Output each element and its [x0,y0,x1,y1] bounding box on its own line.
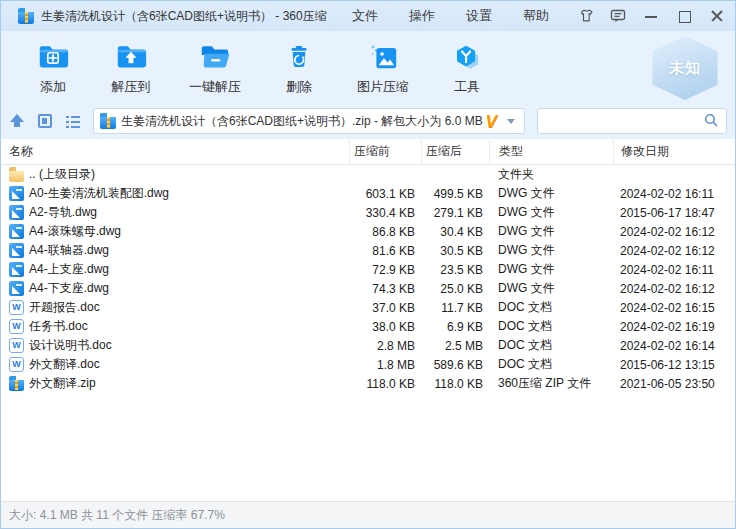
search-input[interactable] [545,114,703,128]
add-folder-icon [36,40,70,77]
size-before: 603.1 KB [349,187,421,201]
table-row[interactable]: A4-下支座.dwg 74.3 KB 25.0 KB DWG 文件 2024-0… [1,279,735,298]
tools-button[interactable]: 工具 [435,40,499,96]
file-type: DWG 文件 [489,242,613,259]
table-row[interactable]: .. (上级目录) 文件夹 [1,165,735,184]
table-row[interactable]: 任务书.doc 38.0 KB 6.9 KB DOC 文档 2024-02-02… [1,317,735,336]
table-row[interactable]: A2-导轨.dwg 330.4 KB 279.1 KB DWG 文件 2015-… [1,203,735,222]
close-button[interactable] [709,8,725,24]
status-summary: 大小: 4.1 MB 共 11 个文件 压缩率 67.7% [9,507,225,524]
header-type[interactable]: 类型 [489,139,613,164]
delete-trash-icon [282,40,316,77]
header-size-after[interactable]: 压缩后 [421,139,489,164]
list-view-icon[interactable] [65,113,81,129]
titlebar[interactable]: 生姜清洗机设计（含6张CAD图纸+说明书） - 360压缩 文件 操作 设置 帮… [1,1,735,31]
table-row[interactable]: A4-滚珠螺母.dwg 86.8 KB 30.4 KB DWG 文件 2024-… [1,222,735,241]
zip-file-icon [9,376,24,391]
file-type: DWG 文件 [489,185,613,202]
app-window: 生姜清洗机设计（含6张CAD图纸+说明书） - 360压缩 文件 操作 设置 帮… [0,0,736,529]
image-compress-button-label: 图片压缩 [357,78,409,96]
window-title: 生姜清洗机设计（含6张CAD图纸+说明书） - 360压缩 [41,8,327,25]
size-before: 72.9 KB [349,263,421,277]
file-name: A4-下支座.dwg [29,280,109,297]
table-row[interactable]: 外文翻译.zip 118.0 KB 118.0 KB 360压缩 ZIP 文件 … [1,374,735,393]
app-zip-icon [18,8,34,24]
doc-file-icon [9,357,24,372]
table-row[interactable]: 开题报告.doc 37.0 KB 11.7 KB DOC 文档 2024-02-… [1,298,735,317]
status-bar: 大小: 4.1 MB 共 11 个文件 压缩率 67.7% [1,501,735,528]
file-date: 2024-02-02 16:12 [613,225,735,239]
size-before: 38.0 KB [349,320,421,334]
size-before: 118.0 KB [349,377,421,391]
file-type: DOC 文档 [489,318,613,335]
file-type: DOC 文档 [489,337,613,354]
size-after: 499.5 KB [421,187,489,201]
file-date: 2021-06-05 23:50 [613,377,735,391]
file-date: 2015-06-17 18:47 [613,206,735,220]
security-status-label: 未知 [669,59,701,78]
chevron-down-icon[interactable] [507,119,515,124]
extract-to-button[interactable]: 解压到 [99,40,163,96]
preview-pane-icon[interactable] [37,113,53,129]
doc-file-icon [9,319,24,334]
search-box [537,108,727,134]
file-type: DOC 文档 [489,356,613,373]
file-name: A4-滚珠螺母.dwg [29,223,121,240]
file-name: A0-生姜清洗机装配图.dwg [29,185,169,202]
security-status-badge[interactable]: 未知 [648,36,722,100]
header-date[interactable]: 修改日期 [613,139,735,164]
header-size-before[interactable]: 压缩前 [349,139,421,164]
file-name: 开题报告.doc [29,299,100,316]
file-date: 2024-02-02 16:12 [613,244,735,258]
size-after: 11.7 KB [421,301,489,315]
table-row[interactable]: A4-上支座.dwg 72.9 KB 23.5 KB DWG 文件 2024-0… [1,260,735,279]
archive-path-combobox[interactable]: 生姜清洗机设计（含6张CAD图纸+说明书）.zip - 解包大小为 6.0 MB… [93,108,525,134]
size-after: 118.0 KB [421,377,489,391]
one-click-extract-button[interactable]: 一键解压 [177,40,253,96]
maximize-button[interactable] [676,8,692,24]
table-row[interactable]: A0-生姜清洗机装配图.dwg 603.1 KB 499.5 KB DWG 文件… [1,184,735,203]
file-type: DWG 文件 [489,280,613,297]
size-after: 279.1 KB [421,206,489,220]
size-after: 25.0 KB [421,282,489,296]
menu-settings[interactable]: 设置 [466,7,492,25]
table-row[interactable]: 设计说明书.doc 2.8 MB 2.5 MB DOC 文档 2024-02-0… [1,336,735,355]
one-click-extract-icon [198,40,232,77]
file-type: DWG 文件 [489,261,613,278]
file-name: .. (上级目录) [29,166,95,183]
size-after: 589.6 KB [421,358,489,372]
file-date: 2015-06-12 13:15 [613,358,735,372]
file-table-body: .. (上级目录) 文件夹 A0-生姜清洗机装配图.dwg 603.1 KB 4… [1,165,735,501]
delete-button[interactable]: 删除 [267,40,331,96]
theme-shirt-icon[interactable] [577,8,593,24]
add-button[interactable]: 添加 [21,40,85,96]
search-icon[interactable] [703,112,719,131]
size-after: 30.4 KB [421,225,489,239]
doc-file-icon [9,338,24,353]
file-date: 2024-02-02 16:11 [613,187,735,201]
table-row[interactable]: A4-联轴器.dwg 81.6 KB 30.5 KB DWG 文件 2024-0… [1,241,735,260]
size-after: 6.9 KB [421,320,489,334]
feedback-icon[interactable] [610,8,626,24]
dwg-file-icon [9,243,24,258]
table-row[interactable]: 外文翻译.doc 1.8 MB 589.6 KB DOC 文档 2015-06-… [1,355,735,374]
header-name[interactable]: 名称 [1,139,349,164]
file-name: 任务书.doc [29,318,88,335]
dwg-file-icon [9,281,24,296]
size-before: 1.8 MB [349,358,421,372]
image-compress-button[interactable]: 图片压缩 [345,40,421,96]
minimize-button[interactable] [643,8,659,24]
file-name: A4-联轴器.dwg [29,242,109,259]
menu-file[interactable]: 文件 [352,7,378,25]
archive-path-label: 生姜清洗机设计（含6张CAD图纸+说明书）.zip - 解包大小为 6.0 MB [121,113,483,130]
dwg-file-icon [9,262,24,277]
folder-file-icon [9,167,24,182]
menu-help[interactable]: 帮助 [523,7,549,25]
image-compress-icon [366,40,400,77]
file-date: 2024-02-02 16:11 [613,263,735,277]
one-click-extract-button-label: 一键解压 [189,78,241,96]
file-date: 2024-02-02 16:15 [613,301,735,315]
up-directory-icon[interactable] [9,113,25,129]
delete-button-label: 删除 [286,78,312,96]
menu-operate[interactable]: 操作 [409,7,435,25]
